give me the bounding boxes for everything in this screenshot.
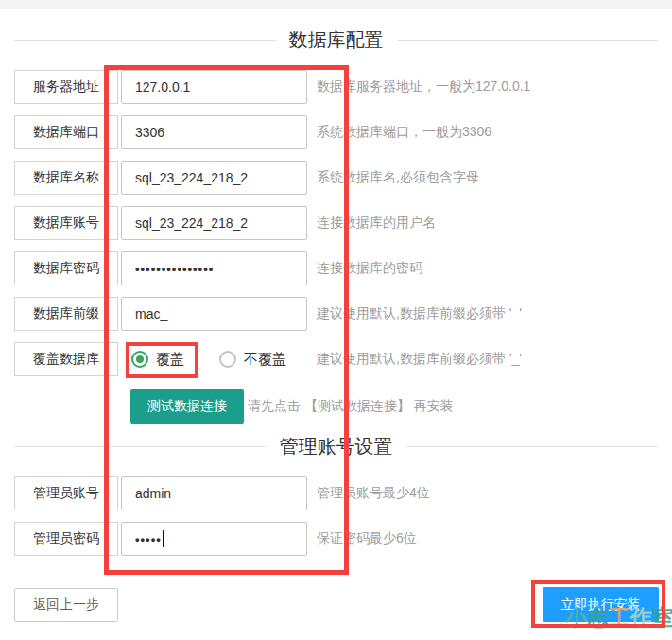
watermark-char: 工	[609, 603, 630, 632]
test-connection-hint: 请先点击 【测试数据连接】 再安装	[248, 389, 454, 424]
db-password-hint: 连接数据库的密码	[317, 251, 422, 285]
db-password-input[interactable]: •••••••••••••••	[121, 251, 307, 285]
watermark-char: 志	[587, 603, 609, 632]
test-connection-button[interactable]: 测试数据连接	[130, 389, 244, 424]
admin-password-input[interactable]: •••••	[121, 522, 307, 556]
text-cursor	[163, 530, 164, 547]
watermark-char: 小	[565, 603, 587, 632]
db-port-value: 3306	[135, 125, 164, 140]
label-db-password: 数据库密码	[14, 251, 118, 285]
label-db-port: 数据库端口	[14, 115, 118, 149]
server-address-value: 127.0.0.1	[135, 79, 190, 95]
server-address-input[interactable]: 127.0.0.1	[121, 70, 307, 104]
label-db-name: 数据库名称	[14, 161, 118, 195]
overwrite-radio-group: 覆盖 不覆盖	[131, 342, 286, 376]
label-server-address: 服务器地址	[14, 70, 118, 104]
admin-account-hint: 管理员账号最少4位	[317, 476, 430, 510]
db-name-value: sql_23_224_218_2	[135, 170, 248, 185]
admin-section-header: 管理账号设置	[14, 436, 658, 457]
admin-password-hint: 保证密码最少6位	[317, 522, 417, 556]
db-user-hint: 连接数据库的用户名	[317, 206, 436, 240]
radio-yes-label: 覆盖	[156, 351, 184, 369]
db-password-value: •••••••••••••••	[135, 262, 214, 276]
watermark-char: 作	[630, 603, 652, 632]
admin-account-input[interactable]: admin	[121, 476, 307, 510]
label-admin-password: 管理员密码	[14, 522, 118, 556]
divider-line	[14, 40, 276, 41]
db-user-value: sql_23_224_218_2	[135, 216, 248, 231]
back-button[interactable]: 返回上一步	[14, 588, 118, 622]
db-prefix-value: mac_	[135, 306, 167, 321]
admin-account-value: admin	[135, 486, 171, 501]
radio-overwrite-yes[interactable]: 覆盖	[131, 351, 184, 369]
db-prefix-input[interactable]: mac_	[121, 297, 307, 331]
top-strip	[0, 0, 672, 9]
install-page: 数据库配置 服务器地址 127.0.0.1 数据库服务器地址，一般为127.0.…	[0, 0, 672, 640]
label-db-overwrite: 覆盖数据库	[14, 342, 118, 376]
label-db-user: 数据库账号	[14, 206, 118, 240]
radio-selected-icon	[131, 351, 148, 368]
db-overwrite-hint: 建议使用默认,数据库前缀必须带 '_'	[317, 342, 522, 376]
db-prefix-hint: 建议使用默认,数据库前缀必须带 '_'	[317, 297, 522, 331]
radio-unselected-icon	[219, 351, 236, 368]
db-name-input[interactable]: sql_23_224_218_2	[121, 161, 307, 195]
db-section-title: 数据库配置	[276, 27, 397, 53]
db-name-hint: 系统数据库名,必须包含字母	[317, 161, 479, 195]
db-user-input[interactable]: sql_23_224_218_2	[121, 206, 307, 240]
label-admin-account: 管理员账号	[14, 476, 118, 510]
admin-section-title: 管理账号设置	[267, 434, 406, 459]
divider-line	[397, 40, 659, 41]
db-section-header: 数据库配置	[14, 29, 658, 50]
radio-overwrite-no[interactable]: 不覆盖	[219, 351, 286, 369]
divider-line	[406, 446, 659, 447]
watermark-char: 室	[652, 603, 672, 632]
db-port-input[interactable]: 3306	[121, 115, 307, 149]
label-db-prefix: 数据库前缀	[14, 297, 118, 331]
radio-no-label: 不覆盖	[244, 351, 286, 369]
admin-password-value: •••••	[135, 532, 162, 546]
studio-watermark: 小 志 工 作 室	[565, 603, 672, 632]
server-address-hint: 数据库服务器地址，一般为127.0.0.1	[317, 70, 530, 104]
divider-line	[14, 446, 267, 447]
db-port-hint: 系统数据库端口，一般为3306	[317, 115, 491, 149]
